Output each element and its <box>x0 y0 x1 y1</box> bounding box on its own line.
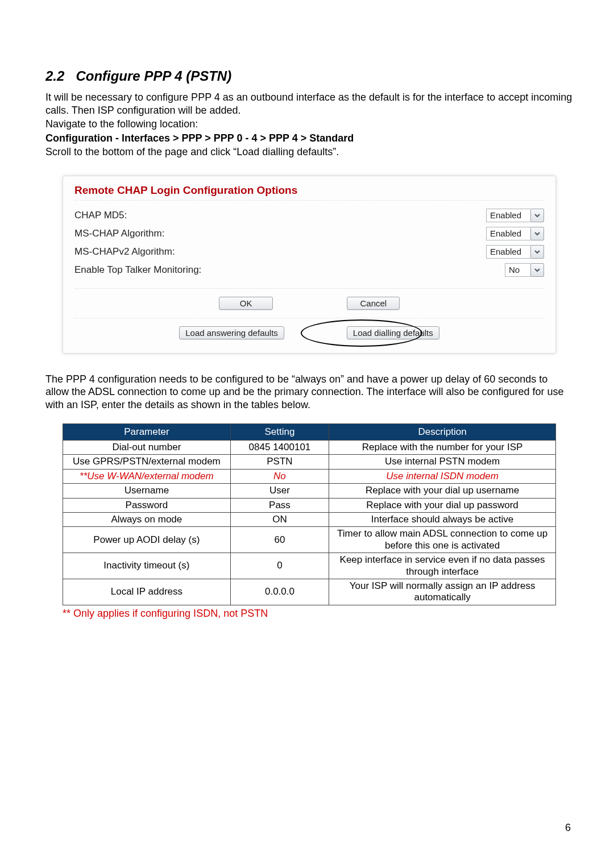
cell-setting: No <box>230 469 329 483</box>
table-row: Dial-out number0845 1400101Replace with … <box>63 441 556 455</box>
select-value: No <box>505 263 530 277</box>
cell-description: Timer to allow main ADSL connection to c… <box>329 527 556 553</box>
cell-parameter: Password <box>63 498 231 512</box>
cell-description: Replace with your dial up username <box>329 484 556 498</box>
header-setting: Setting <box>230 424 329 441</box>
table-row: UsernameUserReplace with your dial up us… <box>63 484 556 498</box>
select-value: Enabled <box>486 227 530 240</box>
config-breadcrumb: Configuration - Interfaces > PPP > PPP 0… <box>45 132 573 145</box>
parameter-table-wrap: Parameter Setting Description Dial-out n… <box>63 423 556 605</box>
chap-md5-select[interactable]: Enabled <box>486 209 544 222</box>
cell-parameter: **Use W-WAN/external modem <box>63 469 231 483</box>
chevron-down-icon[interactable] <box>530 227 544 240</box>
intro-paragraph-1: It will be necessary to configure PPP 4 … <box>45 91 573 117</box>
table-footnote: ** Only applies if configuring ISDN, not… <box>63 608 573 620</box>
cell-parameter: Dial-out number <box>63 441 231 455</box>
cell-description: Replace with your dial up password <box>329 498 556 512</box>
cell-setting: 60 <box>230 527 329 553</box>
panel-title: Remote CHAP Login Configuration Options <box>74 182 544 201</box>
cell-setting: Pass <box>230 498 329 512</box>
load-defaults-row: Load answering defaults Load dialling de… <box>74 318 544 339</box>
cell-setting: ON <box>230 512 329 526</box>
cell-description: Replace with the number for your ISP <box>329 441 556 455</box>
config-screenshot-panel: Remote CHAP Login Configuration Options … <box>63 176 556 354</box>
section-title: Configure PPP 4 (PSTN) <box>76 68 231 84</box>
cell-parameter: Local IP address <box>63 579 231 605</box>
config-label: MS-CHAP Algorithm: <box>74 228 486 239</box>
config-row-chap-md5: CHAP MD5: Enabled <box>74 206 544 225</box>
chevron-down-icon[interactable] <box>530 263 544 277</box>
load-dialling-defaults-button[interactable]: Load dialling defaults <box>347 326 439 339</box>
config-label: MS-CHAPv2 Algorithm: <box>74 246 486 258</box>
config-label: Enable Top Talker Monitoring: <box>74 264 505 276</box>
cell-setting: 0.0.0.0 <box>230 579 329 605</box>
cell-parameter: Use GPRS/PSTN/external modem <box>63 455 231 469</box>
table-row: Always on modeONInterface should always … <box>63 512 556 526</box>
chevron-down-icon[interactable] <box>530 245 544 259</box>
cell-parameter: Always on mode <box>63 512 231 526</box>
config-label: CHAP MD5: <box>74 210 486 221</box>
table-row: Power up AODI delay (s)60Timer to allow … <box>63 527 556 553</box>
select-value: Enabled <box>486 209 530 222</box>
table-row: Local IP address0.0.0.0Your ISP will nor… <box>63 579 556 605</box>
cell-description: Interface should always be active <box>329 512 556 526</box>
header-description: Description <box>329 424 556 441</box>
header-parameter: Parameter <box>63 424 231 441</box>
table-row: Use GPRS/PSTN/external modemPSTNUse inte… <box>63 455 556 469</box>
cell-parameter: Inactivity timeout (s) <box>63 553 231 579</box>
intro-paragraph-2: Navigate to the following location: <box>45 118 573 131</box>
cell-parameter: Power up AODI delay (s) <box>63 527 231 553</box>
document-page: 2.2 Configure PPP 4 (PSTN) It will be ne… <box>0 0 614 868</box>
post-ui-paragraph: The PPP 4 configuration needs to be conf… <box>45 373 573 412</box>
cell-description: Use internal ISDN modem <box>329 469 556 483</box>
cell-setting: PSTN <box>230 455 329 469</box>
intro-paragraph-3: Scroll to the bottom of the page and cli… <box>45 146 573 159</box>
cell-setting: 0 <box>230 553 329 579</box>
cell-parameter: Username <box>63 484 231 498</box>
mschapv2-select[interactable]: Enabled <box>486 245 544 259</box>
cell-setting: 0845 1400101 <box>230 441 329 455</box>
config-row-mschap: MS-CHAP Algorithm: Enabled <box>74 225 544 243</box>
ok-cancel-row: OK Cancel <box>74 288 544 310</box>
cell-description: Your ISP will normally assign an IP addr… <box>329 579 556 605</box>
config-row-mschapv2: MS-CHAPv2 Algorithm: Enabled <box>74 243 544 261</box>
table-row: PasswordPassReplace with your dial up pa… <box>63 498 556 512</box>
select-value: Enabled <box>486 245 530 259</box>
page-number: 6 <box>565 822 571 834</box>
parameter-table: Parameter Setting Description Dial-out n… <box>63 423 556 605</box>
section-heading: 2.2 Configure PPP 4 (PSTN) <box>45 68 573 84</box>
load-answering-defaults-button[interactable]: Load answering defaults <box>179 326 284 339</box>
chevron-down-icon[interactable] <box>530 209 544 222</box>
cell-setting: User <box>230 484 329 498</box>
ok-button[interactable]: OK <box>219 297 273 310</box>
cancel-button[interactable]: Cancel <box>347 297 400 310</box>
top-talker-select[interactable]: No <box>505 263 544 277</box>
table-row: **Use W-WAN/external modemNoUse internal… <box>63 469 556 483</box>
cell-description: Use internal PSTN modem <box>329 455 556 469</box>
section-number: 2.2 <box>45 68 64 84</box>
table-row: Inactivity timeout (s)0Keep interface in… <box>63 553 556 579</box>
table-header-row: Parameter Setting Description <box>63 424 556 441</box>
mschap-select[interactable]: Enabled <box>486 227 544 240</box>
cell-description: Keep interface in service even if no dat… <box>329 553 556 579</box>
config-row-top-talker: Enable Top Talker Monitoring: No <box>74 261 544 279</box>
